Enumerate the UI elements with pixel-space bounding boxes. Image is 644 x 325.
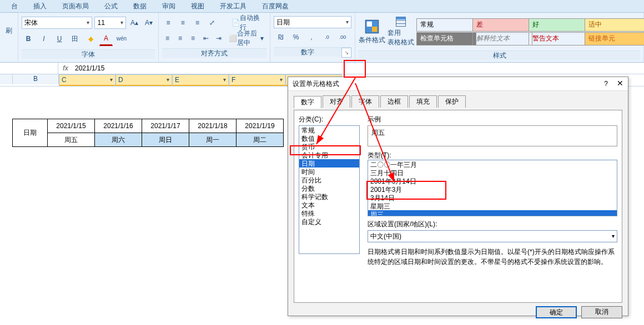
style-warn[interactable]: 警告文本 bbox=[529, 32, 588, 45]
conditional-format-button[interactable]: 条件格式 bbox=[359, 16, 385, 47]
font-size-select[interactable]: 11 bbox=[94, 17, 125, 29]
number-dialog-launcher[interactable]: ↘ bbox=[341, 48, 351, 58]
data-table[interactable]: 日期 2021/1/15 2021/1/16 2021/1/17 2021/1/… bbox=[12, 119, 284, 147]
cat-item[interactable]: 特殊 bbox=[299, 209, 359, 217]
underline-button[interactable]: U bbox=[53, 32, 66, 45]
table-cell[interactable]: 周一 bbox=[189, 133, 237, 147]
phonetic-button[interactable]: wén bbox=[115, 32, 128, 45]
table-head[interactable]: 日期 bbox=[13, 119, 48, 147]
cat-item[interactable]: 常规 bbox=[299, 126, 359, 134]
cat-item[interactable]: 货币 bbox=[299, 143, 359, 151]
dlg-tab-protect[interactable]: 保护 bbox=[438, 95, 466, 108]
style-neutral[interactable]: 适中 bbox=[585, 18, 644, 32]
tab-layout[interactable]: 页面布局 bbox=[54, 0, 97, 12]
style-bad[interactable]: 差 bbox=[472, 18, 532, 32]
table-cell[interactable]: 2021/1/15 bbox=[48, 119, 95, 133]
inc-decimal-icon[interactable]: .0 bbox=[320, 31, 334, 44]
dlg-tab-number[interactable]: 数字 bbox=[294, 96, 321, 108]
type-item[interactable]: 二〇〇一年三月 bbox=[368, 160, 617, 169]
merge-center-button[interactable]: ⬜合并后居中 ▾ bbox=[226, 32, 266, 45]
align-bottom-icon[interactable]: ≡ bbox=[192, 16, 204, 29]
table-cell[interactable]: 2021/1/19 bbox=[237, 119, 284, 133]
style-explain[interactable]: 解释性文本 bbox=[472, 32, 532, 45]
dlg-tab-font[interactable]: 字体 bbox=[351, 95, 379, 108]
tab-review[interactable]: 审阅 bbox=[154, 0, 183, 12]
tab-file[interactable]: 台 bbox=[3, 0, 26, 12]
tab-baidu[interactable]: 百度网盘 bbox=[254, 0, 296, 12]
col-f[interactable]: F bbox=[229, 74, 285, 86]
font-name-select[interactable]: 宋体 bbox=[22, 17, 92, 29]
cancel-button[interactable]: 取消 bbox=[581, 306, 622, 318]
tab-data[interactable]: 数据 bbox=[125, 0, 154, 12]
borders-button[interactable]: 田 bbox=[68, 32, 82, 45]
table-format-button[interactable]: 套用 表格格式 bbox=[388, 16, 414, 47]
col-d[interactable]: D bbox=[115, 74, 172, 86]
indent-inc-icon[interactable]: ⇥ bbox=[213, 32, 224, 45]
dlg-tab-align[interactable]: 对齐 bbox=[323, 95, 350, 108]
dec-decimal-icon[interactable]: .00 bbox=[336, 31, 349, 44]
grow-font-icon[interactable]: A▴ bbox=[128, 16, 140, 29]
style-check[interactable]: 检查单元格 bbox=[416, 32, 476, 45]
font-color-button[interactable]: A bbox=[99, 32, 113, 46]
cat-item[interactable]: 自定义 bbox=[299, 217, 359, 226]
align-right-icon[interactable]: ≡ bbox=[188, 32, 198, 45]
cat-item-date[interactable]: 日期 bbox=[299, 159, 359, 167]
style-link[interactable]: 链接单元 bbox=[585, 32, 644, 45]
cat-item[interactable]: 科学记数 bbox=[299, 192, 359, 201]
align-center-icon[interactable]: ≡ bbox=[175, 32, 185, 45]
tab-dev[interactable]: 开发工具 bbox=[212, 0, 254, 12]
name-box[interactable] bbox=[0, 63, 58, 74]
fill-color-button[interactable]: ◆ bbox=[84, 32, 97, 45]
cat-item[interactable]: 文本 bbox=[299, 201, 359, 209]
type-item[interactable]: 星期三 bbox=[368, 202, 617, 210]
ok-button[interactable]: 确定 bbox=[536, 306, 577, 318]
wrap-text-button[interactable]: 📄自动换行 bbox=[229, 16, 266, 29]
italic-button[interactable]: I bbox=[37, 32, 51, 45]
formula-value[interactable]: 2021/1/15 bbox=[73, 64, 644, 73]
fx-icon[interactable]: fx bbox=[58, 64, 73, 73]
currency-icon[interactable]: ₪ bbox=[274, 31, 287, 44]
cat-item[interactable]: 分数 bbox=[299, 184, 359, 192]
bold-button[interactable]: B bbox=[22, 32, 35, 45]
style-normal[interactable]: 常规 bbox=[416, 18, 476, 32]
tab-formula[interactable]: 公式 bbox=[97, 0, 125, 12]
type-item[interactable]: 3月14日 bbox=[368, 194, 617, 202]
percent-icon[interactable]: % bbox=[289, 31, 303, 44]
align-middle-icon[interactable]: ≡ bbox=[177, 16, 189, 29]
cat-item[interactable]: 时间 bbox=[299, 167, 359, 176]
type-listbox[interactable]: 二〇〇一年三月 三月十四日 2001年3月14日 2001年3月 3月14日 星… bbox=[368, 160, 617, 216]
table-cell[interactable]: 周日 bbox=[142, 133, 189, 147]
number-format-select[interactable]: 日期 bbox=[274, 16, 351, 28]
table-cell[interactable]: 周五 bbox=[48, 133, 95, 147]
col-e[interactable]: E bbox=[172, 74, 229, 86]
table-cell[interactable]: 2021/1/17 bbox=[142, 119, 189, 133]
table-cell[interactable]: 2021/1/16 bbox=[95, 119, 142, 133]
orientation-icon[interactable]: ⤢ bbox=[206, 16, 218, 29]
align-left-icon[interactable]: ≡ bbox=[162, 32, 173, 45]
format-painter-icon[interactable]: 刷 bbox=[6, 26, 12, 35]
align-top-icon[interactable]: ≡ bbox=[162, 16, 174, 29]
type-item[interactable]: 2001年3月14日 bbox=[368, 177, 617, 185]
dlg-tab-fill[interactable]: 填充 bbox=[409, 95, 437, 108]
style-good[interactable]: 好 bbox=[529, 18, 588, 32]
cat-item[interactable]: 百分比 bbox=[299, 176, 359, 184]
type-item[interactable]: 三月十四日 bbox=[368, 169, 617, 177]
type-item-zhou[interactable]: 周三 bbox=[368, 210, 617, 216]
locale-combo[interactable]: 中文(中国) bbox=[368, 230, 617, 242]
table-cell[interactable]: 周二 bbox=[237, 133, 284, 147]
type-item[interactable]: 2001年3月 bbox=[368, 185, 617, 194]
tab-insert[interactable]: 插入 bbox=[26, 0, 54, 12]
cat-item[interactable]: 数值 bbox=[299, 134, 359, 143]
cat-item[interactable]: 会计专用 bbox=[299, 151, 359, 159]
shrink-font-icon[interactable]: A▾ bbox=[143, 16, 155, 29]
indent-dec-icon[interactable]: ⇤ bbox=[200, 32, 211, 45]
dlg-tab-border[interactable]: 边框 bbox=[380, 95, 408, 108]
table-cell[interactable]: 周六 bbox=[95, 133, 142, 147]
col-b[interactable]: B bbox=[13, 74, 59, 84]
col-c[interactable]: C bbox=[59, 74, 115, 86]
help-icon[interactable]: ? bbox=[604, 79, 608, 89]
category-listbox[interactable]: 常规 数值 货币 会计专用 日期 时间 百分比 分数 科学记数 文本 特殊 自定… bbox=[299, 125, 360, 254]
table-cell[interactable]: 2021/1/18 bbox=[189, 119, 237, 133]
tab-view[interactable]: 视图 bbox=[183, 0, 212, 12]
close-icon[interactable]: ✕ bbox=[617, 78, 623, 89]
